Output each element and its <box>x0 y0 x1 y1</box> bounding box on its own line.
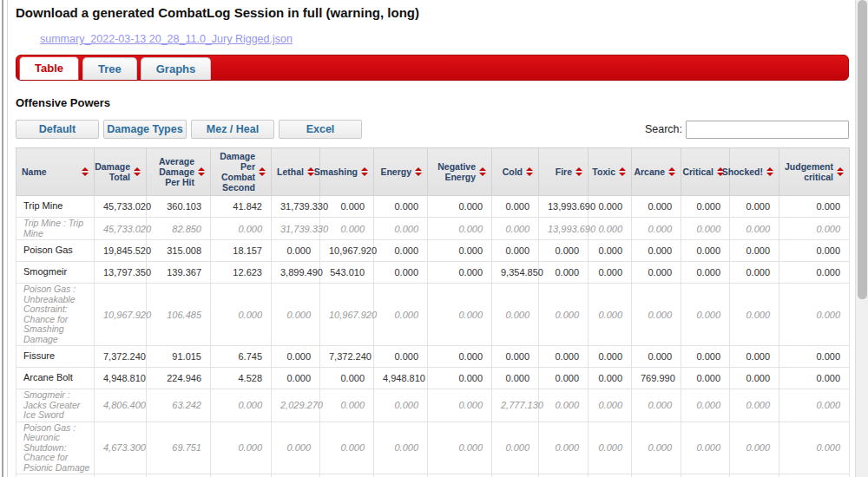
value-cell: 0.000 <box>428 196 492 218</box>
value-cell: 82.850 <box>147 218 211 240</box>
value-cell: 0.000 <box>374 218 428 240</box>
value-cell: 769.990 <box>632 368 681 389</box>
column-header-energy[interactable]: Energy <box>374 148 428 196</box>
page-title: Download a generated CombatLog Session i… <box>16 0 849 20</box>
value-cell: 4,468.890 <box>95 474 147 477</box>
column-header-label: Damage Total <box>95 161 130 182</box>
value-cell: 91.015 <box>147 346 211 368</box>
sort-icon[interactable] <box>766 167 773 176</box>
value-cell: 0.000 <box>681 368 730 389</box>
sort-icon[interactable] <box>82 167 89 176</box>
column-header-cold[interactable]: Cold <box>492 148 539 196</box>
column-header-label: Energy <box>380 167 411 177</box>
value-cell: 0.000 <box>589 421 632 474</box>
default-button[interactable]: Default <box>16 120 99 139</box>
table-row: Trip Mine45,733.020360.10341.84231,739.3… <box>16 196 850 218</box>
value-cell: 0.000 <box>632 389 681 422</box>
table-row: Poison Gas : Neuronic Shutdown: Chance f… <box>16 421 850 474</box>
column-header-toxic[interactable]: Toxic <box>589 148 632 196</box>
tab-table[interactable]: Table <box>19 56 79 80</box>
column-header-arcane[interactable]: Arcane <box>632 148 681 196</box>
value-cell: 0.000 <box>779 218 850 240</box>
value-cell: 0.000 <box>730 346 779 368</box>
value-cell: 0.000 <box>779 389 850 422</box>
value-cell: 4,948.810 <box>374 368 428 389</box>
mez-heal-button[interactable]: Mez / Heal <box>191 120 274 139</box>
sort-icon[interactable] <box>526 167 533 176</box>
value-cell: 315.008 <box>147 240 211 262</box>
value-cell: 0.000 <box>681 240 730 262</box>
vertical-scrollbar-track[interactable] <box>855 0 868 477</box>
value-cell: 0.000 <box>374 284 428 346</box>
value-cell: 2,777.130 <box>492 389 539 422</box>
column-header-smashing[interactable]: Smashing <box>320 148 374 196</box>
sort-icon[interactable] <box>575 167 582 176</box>
value-cell: 0.000 <box>681 421 730 474</box>
value-cell: 0.000 <box>492 218 539 240</box>
toolbar-row: DefaultDamage TypesMez / HealExcel Searc… <box>16 120 849 139</box>
value-cell: 0.000 <box>492 196 539 218</box>
value-cell: 0.000 <box>539 262 589 284</box>
sort-icon[interactable] <box>668 167 675 176</box>
table-row: Smogmeir13,797.350139.36712.6233,899.490… <box>16 262 850 284</box>
value-cell: 0.000 <box>730 218 779 240</box>
column-header-fire[interactable]: Fire <box>539 148 589 196</box>
value-cell: 69.751 <box>147 421 211 474</box>
sort-icon[interactable] <box>361 167 368 176</box>
table-row: Backfire4,468.89026.7604.0891,971.1300.0… <box>16 474 850 477</box>
column-header-damage-per-combat-second[interactable]: Damage Per Combat Second <box>211 148 272 196</box>
column-header-lethal[interactable]: Lethal <box>272 148 320 196</box>
damage-types-button[interactable]: Damage Types <box>103 120 187 139</box>
value-cell: 0.000 <box>320 474 374 477</box>
column-header-judgement-critical[interactable]: Judgement critical <box>779 148 850 196</box>
column-header-label: Name <box>22 167 47 177</box>
value-cell: 0.000 <box>730 368 779 389</box>
value-cell: 0.000 <box>539 240 589 262</box>
session-file-link[interactable]: summary_2022-03-13 20_28_11.0_Jury Rigge… <box>40 33 293 45</box>
column-header-average-damage-per-hit[interactable]: Average Damage Per Hit <box>147 148 211 196</box>
table-row: Poison Gas : Unbreakable Constraint: Cha… <box>16 284 850 346</box>
column-header-label: Critical <box>682 167 713 177</box>
value-cell: 0.000 <box>681 389 730 422</box>
value-cell: 13,797.350 <box>95 262 147 284</box>
section-heading: Offensive Powers <box>16 96 849 109</box>
sort-icon[interactable] <box>415 167 422 176</box>
value-cell: 0.000 <box>272 284 320 346</box>
value-cell: 0.000 <box>374 346 428 368</box>
vertical-scrollbar-thumb[interactable] <box>858 0 867 299</box>
sort-icon[interactable] <box>619 167 626 176</box>
sort-icon[interactable] <box>479 167 486 176</box>
sort-icon[interactable] <box>307 167 314 176</box>
column-header-shocked[interactable]: Shocked! <box>730 148 779 196</box>
value-cell: 0.000 <box>374 262 428 284</box>
value-cell: 0.000 <box>681 196 730 218</box>
sort-icon[interactable] <box>837 167 844 176</box>
column-header-negative-energy[interactable]: Negative Energy <box>428 148 492 196</box>
value-cell: 0.000 <box>632 240 681 262</box>
tab-graphs[interactable]: Graphs <box>141 57 212 80</box>
value-cell: 13,993.690 <box>539 196 589 218</box>
excel-button[interactable]: Excel <box>279 120 362 139</box>
column-header-label: Cold <box>503 167 523 177</box>
value-cell: 0.000 <box>211 284 272 346</box>
value-cell: 0.000 <box>320 389 374 422</box>
power-name-cell: Backfire <box>16 474 95 477</box>
value-cell: 0.000 <box>374 421 428 474</box>
search-input[interactable] <box>686 121 849 139</box>
value-cell: 0.000 <box>492 474 539 477</box>
value-cell: 0.000 <box>428 368 492 389</box>
column-header-name[interactable]: Name <box>16 148 95 196</box>
sort-icon[interactable] <box>198 167 205 176</box>
value-cell: 45,733.020 <box>95 218 147 240</box>
sort-icon[interactable] <box>134 167 141 176</box>
value-cell: 4,948.810 <box>95 368 147 389</box>
value-cell: 0.000 <box>632 346 681 368</box>
value-cell: 224.946 <box>147 368 211 389</box>
value-cell: 0.000 <box>374 196 428 218</box>
tab-tree[interactable]: Tree <box>82 57 137 80</box>
value-cell: 0.000 <box>320 368 374 389</box>
sort-icon[interactable] <box>259 167 266 176</box>
value-cell: 0.000 <box>272 421 320 474</box>
column-header-damage-total[interactable]: Damage Total <box>95 148 147 196</box>
column-header-label: Fire <box>556 167 572 177</box>
